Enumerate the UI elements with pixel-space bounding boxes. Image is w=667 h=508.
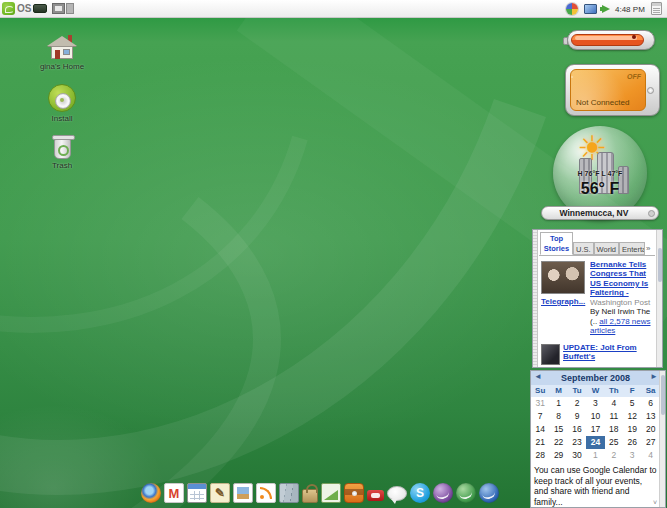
calendar-day[interactable]: 20 [641,423,659,436]
desktop-icon-home[interactable]: gina's Home [30,35,94,71]
dock: M✎S [141,481,499,505]
news-story-thumbnail[interactable] [541,261,585,294]
calendar-day[interactable]: 23 [568,436,586,449]
dock-notes-icon[interactable]: ✎ [210,483,230,503]
calendar-day[interactable]: 2 [568,397,586,410]
calendar-day[interactable]: 31 [531,397,549,410]
dock-globe-blue-icon[interactable] [479,483,499,503]
window-list-icon[interactable] [52,3,74,14]
weather-temperature: 56° F [553,180,647,198]
display-tray-icon[interactable] [584,4,597,14]
calendar-day[interactable]: 8 [549,410,567,423]
network-widget-panel: OFF Not Connected [570,69,646,111]
news-scrollbar-thumb[interactable] [658,248,662,282]
news-scrollbar[interactable] [656,230,662,367]
clock[interactable]: 4:48 PM [615,5,645,14]
dock-gmail-icon[interactable]: M [164,483,184,503]
calendar-day[interactable]: 7 [531,410,549,423]
calendar-day[interactable]: 16 [568,423,586,436]
dock-bag-icon[interactable] [302,489,318,503]
network-toggle-button[interactable] [647,87,654,94]
calendar-scroll-down-arrow[interactable]: ˅ [653,499,657,506]
weather-refresh-button[interactable] [648,210,655,217]
desktop-icon-install[interactable]: Install [30,84,94,123]
news-drag-handle[interactable] [533,230,538,367]
news-update-thumbnail[interactable] [541,344,560,365]
news-articles-link[interactable]: all 2,578 news articles [590,317,651,335]
calendar-day[interactable]: 27 [641,436,659,449]
calendar-day[interactable]: 22 [549,436,567,449]
calendar-day[interactable]: 6 [641,397,659,410]
desktop-icon-trash[interactable]: Trash [30,135,94,170]
calendar-day[interactable]: 12 [623,410,641,423]
slider-widget[interactable] [567,30,655,50]
calendar-next-button[interactable]: ► [650,372,658,381]
dock-firefox-icon[interactable] [141,483,161,503]
dock-maps-icon[interactable] [279,483,299,503]
calendar-day[interactable]: 21 [531,436,549,449]
calendar-day[interactable]: 13 [641,410,659,423]
calendar-day-header: Tu [568,385,586,397]
dock-rss-icon[interactable] [256,483,276,503]
calendar-day[interactable]: 28 [531,449,549,462]
calendar-scrollbar[interactable] [659,371,665,507]
slider-knob[interactable] [632,35,636,39]
news-headline-link[interactable]: Bernanke Tells Congress That US Economy … [590,260,648,297]
calendar-day[interactable]: 9 [568,410,586,423]
show-desktop-button[interactable] [33,4,47,13]
calendar-day[interactable]: 14 [531,423,549,436]
calendar-day[interactable]: 3 [586,397,604,410]
calendar-day[interactable]: 29 [549,449,567,462]
calendar-footer-text: You can use Google Calendar to keep trac… [531,462,660,508]
dock-photos-icon[interactable] [233,483,253,503]
calendar-day[interactable]: 5 [623,397,641,410]
dock-calendar-icon[interactable] [187,483,207,503]
calendar-day-header: M [549,385,567,397]
slider-handle[interactable] [563,37,568,45]
calendar-day[interactable]: 19 [623,423,641,436]
dock-skype-icon[interactable]: S [410,483,430,503]
calendar-day[interactable]: 15 [549,423,567,436]
calendar-prev-button[interactable]: ◄ [534,372,542,381]
calendar-day[interactable]: 30 [568,449,586,462]
calendar-day[interactable]: 11 [605,410,623,423]
dock-globe-purple-icon[interactable] [433,483,453,503]
calendar-scrollbar-thumb[interactable] [661,375,665,415]
news-more-tabs-button[interactable]: » [646,242,650,255]
tray-calendar-icon[interactable] [651,2,662,15]
media-tray-icon[interactable] [566,3,578,15]
calendar-day[interactable]: 10 [586,410,604,423]
news-update-link[interactable]: UPDATE: Jolt From Buffett's [563,343,637,361]
weather-location-pill[interactable]: Winnemucca, NV [541,206,659,220]
calendar-day[interactable]: 3 [623,449,641,462]
dock-globe-green-icon[interactable] [456,483,476,503]
volume-tray-icon[interactable] [602,5,610,13]
top-menu-bar: OS 4:48 PM [0,0,667,18]
news-tab-entertainment[interactable]: Entertai [619,242,645,255]
network-widget[interactable]: OFF Not Connected [565,64,660,116]
dock-chart-icon[interactable] [321,483,341,503]
news-tab-world[interactable]: World [594,242,619,255]
os-logo-icon[interactable] [2,2,15,15]
calendar-day-headers: SuMTuWThFSa [531,385,660,397]
calendar-day[interactable]: 18 [605,423,623,436]
calendar-day-header: Su [531,385,549,397]
calendar-day-selected[interactable]: 24 [586,436,604,449]
calendar-day[interactable]: 1 [549,397,567,410]
news-tab-top-stories[interactable]: Top Stories [540,232,573,255]
calendar-day[interactable]: 17 [586,423,604,436]
news-tab-us[interactable]: U.S. [573,242,594,255]
dock-camera-icon[interactable] [344,483,364,503]
dock-youtube-icon[interactable] [367,490,384,501]
calendar-day[interactable]: 26 [623,436,641,449]
news-thumb-caption-link[interactable]: Telegraph... [541,297,587,306]
dock-chat-icon[interactable] [387,486,407,501]
weather-widget[interactable]: ☀ H 76°F L 47°F 56° F Winnemucca, NV [548,126,660,226]
calendar-day[interactable]: 4 [605,397,623,410]
os-logo-label: OS [17,3,31,14]
calendar-day[interactable]: 4 [641,449,659,462]
calendar-day-header: W [586,385,604,397]
calendar-day[interactable]: 25 [605,436,623,449]
calendar-day[interactable]: 1 [586,449,604,462]
calendar-day[interactable]: 2 [605,449,623,462]
